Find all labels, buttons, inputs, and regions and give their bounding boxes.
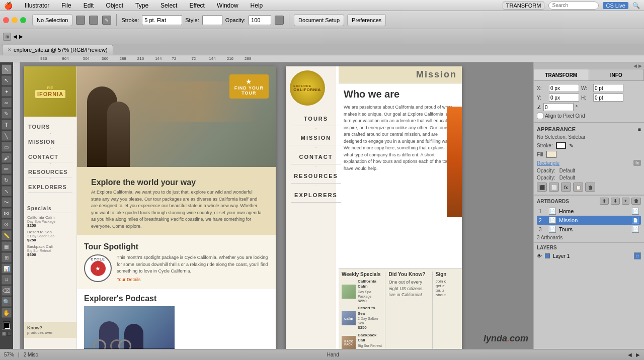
h-input[interactable] [593, 94, 623, 102]
preferences-button[interactable]: Preferences [347, 14, 386, 26]
fill-swatch[interactable] [546, 151, 556, 158]
find-tour-badge[interactable]: ★ FIND YOUR TOUR [229, 74, 269, 99]
tool-eraser[interactable]: ⌫ [2, 286, 12, 296]
layer-1-name[interactable]: Layer 1 [553, 253, 570, 259]
menu-help[interactable]: Help [249, 2, 265, 9]
artboard-home-item[interactable]: 1 📄 Home 📄 [537, 207, 641, 216]
tool-gradient[interactable]: ▦ [2, 241, 12, 251]
right-nav-mission[interactable]: MISSION [291, 131, 341, 145]
tool-select[interactable]: ↖ [2, 64, 12, 74]
prev-page-btn[interactable]: ◀ [628, 352, 632, 357]
tool-magic-wand[interactable]: ✦ [2, 86, 12, 97]
align-pixel-grid[interactable]: Align to Pixel Grid [537, 113, 641, 119]
style-selector[interactable] [202, 15, 222, 25]
artboard-3-name[interactable]: Tours [559, 226, 573, 232]
artboard-2-name[interactable]: Mission [559, 217, 578, 223]
collapse-icon[interactable]: ◀ ▶ [633, 63, 642, 68]
tool-lasso[interactable]: ∞ [2, 98, 12, 108]
align-checkbox[interactable] [537, 113, 543, 119]
right-nav-resources[interactable]: RESOURCES [291, 169, 341, 184]
arrow-right-icon[interactable]: ▶ [19, 34, 23, 39]
menu-select[interactable]: Select [158, 2, 179, 9]
pen-icon[interactable]: ✎ [102, 16, 111, 25]
right-nav-explorers[interactable]: EXPLORERS [291, 188, 341, 203]
right-nav-contact[interactable]: CONTACT [291, 150, 341, 164]
sidebar-nav-explorers[interactable]: EXPLORERS [28, 182, 72, 193]
cs-live-button[interactable]: CS Live [603, 2, 628, 9]
appearance-tool-3[interactable]: fx [561, 183, 571, 192]
tour-details-link[interactable]: Tour Details [117, 277, 269, 282]
artboard-btn-3[interactable]: + [622, 198, 629, 205]
tool-warp[interactable]: 〜 [2, 197, 12, 207]
x-input[interactable] [549, 84, 579, 92]
menu-effect[interactable]: Effect [187, 2, 206, 9]
transform-tab[interactable]: TRANSFORM [534, 69, 589, 80]
search-icon[interactable]: 🔍 [632, 2, 640, 9]
artboard-btn-1[interactable]: ⬆ [600, 198, 609, 205]
minimize-button[interactable] [12, 17, 18, 23]
document-setup-button[interactable]: Document Setup [294, 14, 344, 26]
tool-zoom[interactable]: 🔍 [2, 297, 12, 307]
tool-paintbrush[interactable]: 🖌 [2, 153, 12, 163]
arrow-left-icon[interactable]: ◀ [13, 34, 17, 39]
menu-window[interactable]: Window [215, 2, 240, 9]
menu-file[interactable]: File [59, 2, 73, 9]
search-input[interactable] [548, 2, 599, 10]
tool-mesh[interactable]: ⊞ [2, 252, 12, 262]
stroke-selector[interactable]: 5 pt. Flat [142, 15, 182, 25]
tool-slice[interactable]: ⌗ [2, 275, 12, 285]
tool-eyedropper[interactable]: ⊙ [2, 219, 12, 229]
tool-hand[interactable]: ✋ [2, 308, 12, 318]
y-input[interactable] [549, 94, 579, 102]
info-tab[interactable]: INFO [589, 69, 645, 80]
tool-type[interactable]: T [2, 120, 12, 130]
workspace-dropdown[interactable]: TRANSFORM [503, 2, 545, 10]
right-nav-tours[interactable]: TOURS [291, 112, 341, 126]
appearance-tool-1[interactable]: ⬛ [537, 183, 547, 192]
tool-rotate[interactable]: ↻ [2, 175, 12, 185]
layer-visibility-icon[interactable]: 👁 [537, 253, 542, 259]
file-tab[interactable]: ✕ explore_site.ai @ 57% (RGB/Preview) [2, 45, 113, 55]
menu-object[interactable]: Object [104, 2, 125, 9]
tool-measure[interactable]: 📏 [2, 230, 12, 240]
artboard-btn-4[interactable]: 🗑 [631, 198, 641, 205]
sidebar-nav-contact[interactable]: CONTACT [28, 152, 72, 162]
stroke-swatch[interactable] [556, 142, 566, 149]
sidebar-nav-resources[interactable]: RESOURCES [28, 167, 72, 177]
stroke-edit-icon[interactable]: ✎ [569, 143, 573, 148]
rectangle-link[interactable]: Rectangle [537, 160, 559, 166]
apple-menu[interactable]: 🍎 [4, 2, 13, 10]
tool-line[interactable]: ╲ [2, 131, 12, 141]
appearance-tool-2[interactable]: ⬜ [549, 183, 559, 192]
tool-pen[interactable]: ✎ [2, 109, 12, 119]
opacity-selector[interactable]: 100 [249, 15, 271, 25]
artboard-btn-2[interactable]: ⬇ [611, 198, 620, 205]
arrange-icon[interactable]: ⊞ [3, 33, 11, 41]
fx-badge[interactable]: fx [633, 160, 641, 166]
maximize-button[interactable] [20, 17, 26, 23]
artboard-1-name[interactable]: Home [559, 208, 574, 214]
canvas-area[interactable]: RE IFORNIA TOURS · MISSION · CONTACT · R… [20, 62, 533, 349]
tab-close-icon[interactable]: ✕ [8, 47, 12, 52]
tool-blend[interactable]: ⋈ [2, 208, 12, 218]
menu-illustrator[interactable]: Illustrator [23, 2, 51, 9]
direct-selection-icon[interactable] [89, 16, 98, 25]
appearance-tool-4[interactable]: 📋 [573, 183, 583, 192]
artboard-mission-item[interactable]: 2 📄 Mission 📄 [537, 216, 641, 225]
next-page-btn[interactable]: ▶ [636, 352, 640, 357]
sidebar-nav-mission[interactable]: MISSION [28, 137, 72, 147]
appearance-menu-icon[interactable]: ≡ [638, 127, 641, 132]
selection-tool-icon[interactable] [76, 16, 85, 25]
tool-pencil[interactable]: ✏ [2, 164, 12, 174]
view-mode-preview[interactable] [7, 332, 11, 336]
view-mode-normal[interactable] [2, 332, 6, 336]
icon-group1[interactable] [275, 16, 284, 25]
tool-graph[interactable]: 📊 [2, 263, 12, 274]
fill-stroke-indicator[interactable] [2, 321, 11, 330]
zoom-display[interactable]: 57% [4, 352, 14, 357]
angle-input[interactable] [543, 103, 574, 111]
sidebar-nav-tours[interactable]: TOURS [28, 122, 72, 132]
appearance-tool-5[interactable]: 🗑 [585, 183, 595, 192]
w-input[interactable] [593, 84, 623, 92]
tool-rect[interactable]: ▭ [2, 142, 12, 152]
